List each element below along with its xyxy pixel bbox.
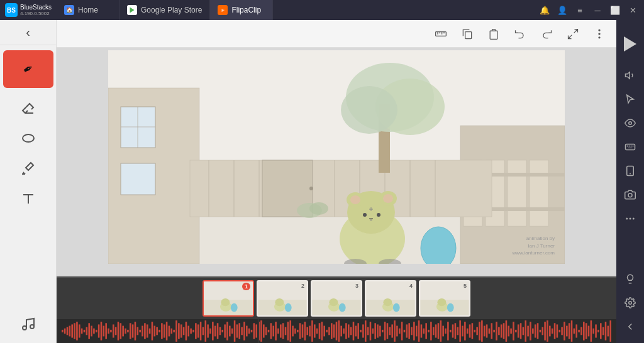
tab-google-play[interactable]: Google Play Store	[119, 0, 210, 20]
music-button[interactable]	[3, 310, 53, 338]
svg-rect-310	[595, 324, 597, 337]
svg-rect-120	[135, 322, 136, 340]
expand-button[interactable]	[564, 24, 582, 43]
svg-rect-242	[430, 322, 432, 340]
svg-rect-191	[306, 327, 308, 335]
svg-rect-281	[525, 320, 526, 342]
svg-rect-162	[236, 324, 238, 337]
svg-rect-119	[132, 324, 134, 337]
svg-rect-123	[142, 326, 143, 337]
svg-rect-268	[493, 330, 495, 332]
fill-tool-button[interactable]	[3, 155, 53, 182]
svg-rect-139	[180, 324, 182, 337]
canvas-area[interactable]: animation by Ian J Turner www.ianturner.…	[57, 48, 616, 276]
notification-btn[interactable]: 🔔	[536, 1, 553, 19]
svg-rect-266	[489, 329, 491, 334]
phone-button[interactable]	[619, 160, 641, 182]
undo-button[interactable]	[511, 24, 530, 43]
text-icon	[21, 191, 36, 206]
svg-rect-101	[88, 323, 90, 339]
svg-rect-293	[554, 323, 556, 339]
svg-point-5	[30, 325, 34, 329]
svg-point-88	[437, 298, 446, 306]
svg-rect-32	[190, 160, 492, 217]
svg-rect-287	[540, 330, 541, 332]
phone-icon	[625, 165, 636, 177]
lasso-tool-button[interactable]	[3, 124, 53, 152]
frame-4-thumb	[366, 281, 415, 315]
svg-rect-12	[490, 31, 497, 39]
svg-marker-318	[626, 72, 630, 79]
keyboard-button[interactable]	[619, 136, 641, 158]
bluestacks-icon: BS	[5, 3, 18, 17]
camera-icon	[625, 189, 636, 200]
frame-2[interactable]: 2	[257, 280, 308, 317]
camera-button[interactable]	[619, 183, 641, 206]
play-large-button[interactable]	[616, 25, 644, 63]
svg-point-78	[329, 298, 338, 306]
svg-rect-116	[125, 329, 126, 334]
lightbulb-button[interactable]	[619, 268, 641, 290]
minimize-btn[interactable]: ─	[589, 1, 606, 19]
svg-rect-95	[74, 323, 75, 339]
settings-button[interactable]	[619, 291, 641, 314]
account-btn[interactable]: 👤	[553, 1, 571, 19]
svg-rect-206	[343, 329, 345, 334]
svg-rect-138	[178, 323, 180, 339]
tab-flipaclip[interactable]: F FlipaClip	[210, 0, 273, 20]
paste-button[interactable]	[484, 24, 503, 43]
svg-point-16	[599, 33, 600, 35]
more-options-button[interactable]	[590, 24, 609, 43]
svg-rect-285	[535, 324, 536, 337]
svg-rect-125	[147, 324, 148, 337]
svg-point-329	[626, 218, 628, 220]
svg-rect-198	[323, 326, 325, 337]
svg-rect-156	[221, 330, 223, 332]
frame-1[interactable]: 1	[203, 280, 254, 317]
drawing-canvas[interactable]: animation by Ian J Turner www.ianturner.…	[108, 50, 565, 264]
copy-button[interactable]	[458, 24, 477, 43]
volume-button[interactable]	[619, 64, 641, 87]
svg-rect-286	[537, 323, 539, 339]
undo-icon	[514, 28, 526, 40]
eraser-tool-button[interactable]	[3, 94, 53, 122]
right-back-button[interactable]	[619, 315, 641, 338]
svg-rect-284	[532, 329, 534, 334]
menu-btn[interactable]: ≡	[571, 1, 589, 19]
svg-rect-208	[348, 324, 350, 337]
dots-button[interactable]	[619, 207, 641, 230]
text-tool-button[interactable]	[3, 185, 53, 212]
svg-rect-265	[486, 324, 488, 337]
back-button[interactable]: ‹	[0, 20, 56, 45]
svg-rect-280	[523, 327, 525, 335]
close-btn[interactable]: ✕	[624, 1, 641, 19]
svg-rect-283	[530, 322, 531, 340]
svg-rect-214	[362, 324, 364, 337]
svg-rect-233	[408, 323, 410, 339]
svg-rect-121	[137, 327, 139, 335]
frame-3[interactable]: 3	[311, 280, 362, 317]
tab-home[interactable]: 🏠 Home	[57, 0, 119, 20]
frame-4[interactable]: 4	[365, 280, 416, 317]
frame-5[interactable]: 5	[419, 280, 470, 317]
pen-tool-button[interactable]: ✒	[3, 50, 53, 88]
svg-rect-134	[169, 326, 170, 337]
app-toolbar	[57, 20, 616, 48]
restore-btn[interactable]: ⬜	[606, 1, 624, 19]
waveform-area[interactable]	[57, 319, 616, 343]
svg-point-48	[341, 86, 397, 134]
ruler-button[interactable]	[431, 24, 450, 43]
svg-rect-167	[248, 329, 250, 334]
eye-button[interactable]	[619, 112, 641, 134]
svg-rect-223	[384, 322, 386, 340]
svg-rect-140	[183, 327, 185, 335]
svg-rect-180	[280, 324, 282, 337]
svg-rect-182	[285, 327, 287, 335]
svg-rect-103	[93, 329, 95, 334]
cursor-button[interactable]	[619, 88, 641, 111]
back-icon: ‹	[26, 25, 30, 40]
more-icon	[593, 28, 606, 40]
svg-rect-252	[455, 323, 457, 339]
redo-button[interactable]	[537, 24, 556, 43]
svg-rect-22	[121, 163, 155, 195]
